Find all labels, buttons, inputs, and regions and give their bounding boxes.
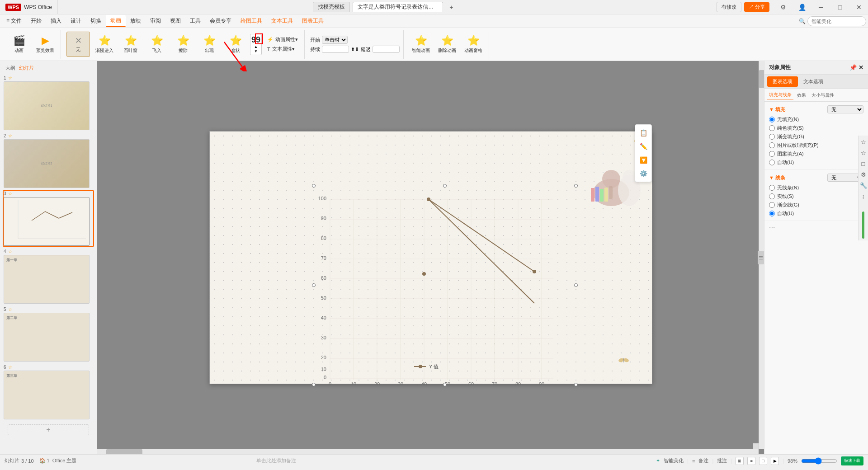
side-icon-5[interactable]: 🔧 bbox=[859, 181, 868, 190]
line-radio-none[interactable] bbox=[769, 185, 775, 191]
menu-text-tools[interactable]: 文本工具 bbox=[267, 15, 297, 27]
menu-design[interactable]: 设计 bbox=[66, 15, 86, 27]
view-slide-button[interactable]: ▶ bbox=[771, 457, 779, 465]
slide-thumb-6[interactable]: 6 ☆ 第三章 bbox=[3, 364, 94, 420]
tab-text-options[interactable]: 文本选项 bbox=[798, 76, 829, 87]
line-option-none[interactable]: 无线条(N) bbox=[769, 184, 863, 191]
fill-option-auto[interactable]: 自动(U) bbox=[769, 159, 863, 166]
side-icon-4[interactable]: ⚙ bbox=[859, 170, 868, 179]
resize-handle-v[interactable] bbox=[758, 251, 764, 264]
fill-option-pattern[interactable]: 图案填充(A) bbox=[769, 150, 863, 157]
fill-radio-solid[interactable] bbox=[769, 125, 775, 131]
slide-thumb-3[interactable]: 3 ☆ bbox=[3, 190, 94, 247]
line-radio-solid[interactable] bbox=[769, 193, 775, 199]
tab-chart-options[interactable]: 图表选项 bbox=[767, 76, 798, 87]
scrollbar-thumb-v[interactable] bbox=[759, 70, 764, 88]
handle-tl[interactable] bbox=[312, 184, 316, 188]
comment-button[interactable]: 批注 bbox=[717, 457, 727, 464]
view-outline-button[interactable]: ≡ bbox=[747, 457, 755, 465]
tab-template[interactable]: 找模壳模板 bbox=[313, 2, 350, 12]
menu-transition[interactable]: 切换 bbox=[86, 15, 106, 27]
slide-thumb-2[interactable]: 2 ☆ 幻灯片2 bbox=[3, 132, 94, 189]
anim-params-down[interactable]: ▼ bbox=[254, 49, 258, 54]
menu-review[interactable]: 审阅 bbox=[146, 15, 165, 27]
menu-file[interactable]: ≡ 文件 bbox=[2, 15, 26, 27]
fill-dropdown[interactable]: 无 bbox=[827, 105, 863, 113]
fill-option-none[interactable]: 无填充(N) bbox=[769, 116, 863, 123]
anim-flyin-button[interactable]: ⭐ 飞入 bbox=[145, 32, 169, 57]
menu-animation[interactable]: 动画 bbox=[106, 15, 126, 27]
side-icon-3[interactable]: □ bbox=[859, 159, 868, 168]
side-icon-6[interactable]: ↕ bbox=[859, 192, 868, 201]
text-props-button[interactable]: T 文本属性▾ bbox=[264, 45, 301, 53]
handle-mr[interactable] bbox=[574, 283, 578, 287]
fill-option-texture[interactable]: 图片或纹理填充(P) bbox=[769, 142, 863, 149]
fill-radio-none[interactable] bbox=[769, 117, 775, 122]
anim-fadein-button[interactable]: ⭐ 渐慢进入 bbox=[93, 32, 116, 57]
smart-beautify-button[interactable]: 智能美化 bbox=[664, 457, 684, 464]
menu-slideshow[interactable]: 放映 bbox=[126, 15, 146, 27]
line-radio-gradient[interactable] bbox=[769, 202, 775, 208]
settings-button[interactable]: ⚙ bbox=[774, 1, 792, 14]
tab-document[interactable]: 文字是人类用符号记录表达信息以... bbox=[353, 2, 443, 12]
anim-appear-button[interactable]: ⭐ 出现 bbox=[198, 32, 221, 57]
line-option-solid[interactable]: 实线(S) bbox=[769, 193, 863, 200]
scrollbar-horizontal[interactable] bbox=[97, 449, 759, 454]
fill-option-solid[interactable]: 纯色填充(S) bbox=[769, 125, 863, 132]
panel-header-slides[interactable]: 幻灯片 bbox=[19, 65, 34, 71]
handle-bl[interactable] bbox=[312, 383, 316, 386]
anim-erase-button[interactable]: ⭐ 擦除 bbox=[171, 32, 195, 57]
minimize-button[interactable]: ─ bbox=[812, 1, 830, 14]
slide-thumb-1[interactable]: 1 ☆ 幻灯片1 bbox=[3, 75, 94, 131]
handle-br[interactable] bbox=[574, 383, 578, 386]
slide-thumb-4[interactable]: 4 ☆ 第一章 bbox=[3, 248, 94, 305]
anim-props-button[interactable]: ⚡ 动画属性▾ bbox=[264, 35, 301, 44]
fill-radio-auto[interactable] bbox=[769, 160, 775, 165]
chart-container[interactable]: 100 90 80 70 60 50 40 30 20 10 0 0 10 20 bbox=[314, 186, 576, 385]
more-dots-icon[interactable]: ··· bbox=[769, 224, 775, 231]
fill-option-gradient[interactable]: 渐变填充(G) bbox=[769, 133, 863, 140]
view-normal-button[interactable]: ⊞ bbox=[736, 457, 744, 465]
fill-radio-gradient[interactable] bbox=[769, 134, 775, 140]
preview-effect-button[interactable]: ▶ 预览效果 bbox=[33, 32, 57, 57]
anim-none-button[interactable]: ✕ 无 bbox=[66, 32, 90, 57]
float-filter-button[interactable]: 🔽 bbox=[637, 154, 650, 166]
add-tab-button[interactable]: + bbox=[446, 3, 457, 12]
zoom-slider[interactable] bbox=[801, 457, 837, 465]
maximize-button[interactable]: □ bbox=[831, 1, 849, 14]
close-button[interactable]: ✕ bbox=[850, 1, 868, 14]
delay-input[interactable] bbox=[373, 46, 400, 53]
notes-button[interactable]: 备注 bbox=[698, 457, 708, 464]
panel-pin-icon[interactable]: 📌 bbox=[849, 64, 857, 71]
panel-close-icon[interactable]: ✕ bbox=[859, 64, 863, 71]
anim-blinds-button[interactable]: ⭐ 百叶窗 bbox=[119, 32, 142, 57]
handle-tm[interactable] bbox=[443, 184, 447, 188]
fill-radio-pattern[interactable] bbox=[769, 151, 775, 157]
menu-draw-tools[interactable]: 给图工具 bbox=[236, 15, 267, 27]
float-copy-button[interactable]: 📋 bbox=[637, 127, 650, 139]
smart-anim-button[interactable]: ⭐ 智能动画 bbox=[409, 32, 433, 57]
menu-tools[interactable]: 工具 bbox=[185, 15, 205, 27]
float-settings-button[interactable]: ⚙️ bbox=[637, 167, 650, 180]
handle-bm[interactable] bbox=[443, 383, 447, 386]
view-read-button[interactable]: □ bbox=[759, 457, 767, 465]
menu-start[interactable]: 开始 bbox=[26, 15, 46, 27]
line-radio-auto[interactable] bbox=[769, 211, 775, 216]
menu-vip[interactable]: 会员专享 bbox=[205, 15, 236, 27]
search-input[interactable] bbox=[807, 16, 866, 26]
handle-ml[interactable] bbox=[312, 283, 316, 287]
add-slide-button[interactable]: + bbox=[8, 424, 89, 435]
share-button[interactable]: ↗ 分享 bbox=[744, 2, 769, 12]
menu-insert[interactable]: 插入 bbox=[46, 15, 66, 27]
line-option-auto[interactable]: 自动(U) bbox=[769, 210, 863, 217]
handle-tr[interactable] bbox=[574, 184, 578, 188]
line-option-gradient[interactable]: 渐变线(G) bbox=[769, 202, 863, 208]
anim-params-up[interactable]: ▲ bbox=[254, 45, 258, 49]
anim-box-button[interactable]: ⭐ 盒状 bbox=[224, 32, 247, 57]
side-icon-1[interactable]: ☆ bbox=[859, 137, 868, 146]
del-anim-button[interactable]: ⭐ 删除动画 bbox=[435, 32, 459, 57]
subtab-effects[interactable]: 效果 bbox=[795, 91, 808, 99]
subtab-fill-line[interactable]: 填充与线条 bbox=[767, 91, 793, 99]
edit-status-button[interactable]: 有修改 bbox=[717, 2, 741, 12]
start-select[interactable]: 单击时 bbox=[322, 36, 348, 44]
